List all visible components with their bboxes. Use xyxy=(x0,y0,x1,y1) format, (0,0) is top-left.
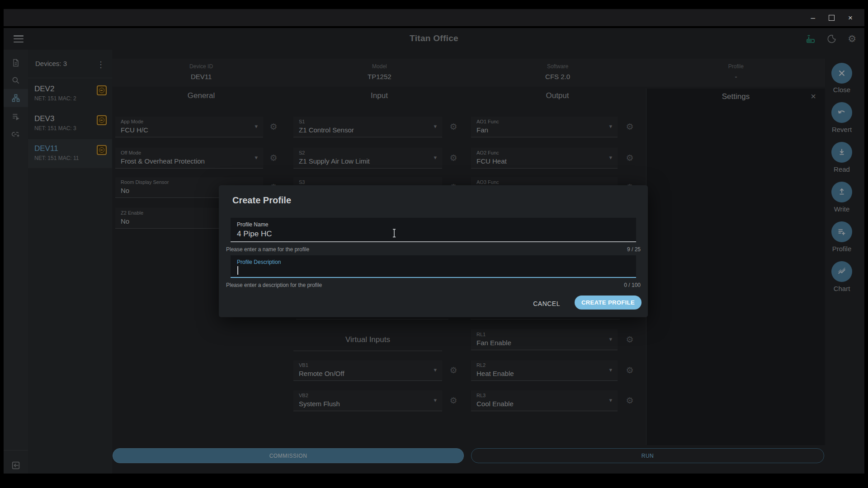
minimize-button[interactable]: – xyxy=(811,14,815,22)
profile-description-counter: 0 / 100 xyxy=(624,282,641,288)
profile-description-label: Profile Description xyxy=(237,259,281,265)
close-window-button[interactable]: × xyxy=(848,14,853,22)
dialog-title: Create Profile xyxy=(232,195,291,206)
cancel-button[interactable]: CANCEL xyxy=(530,298,563,309)
create-profile-button[interactable]: CREATE PROFILE xyxy=(575,296,642,310)
profile-name-helper: Please enter a name for the profile xyxy=(226,246,309,253)
screen: – × Titan Office xyxy=(0,0,868,488)
create-profile-dialog: Create Profile Profile Name 4 Pipe HC Pl… xyxy=(219,185,648,317)
profile-description-input[interactable]: Profile Description xyxy=(231,255,636,278)
maximize-button[interactable] xyxy=(829,15,835,21)
profile-description-helper: Please enter a description for the profi… xyxy=(226,282,322,288)
profile-name-value: 4 Pipe HC xyxy=(237,230,272,239)
window-titlebar: – × xyxy=(4,9,864,26)
text-caret xyxy=(237,266,238,275)
profile-name-input[interactable]: Profile Name 4 Pipe HC xyxy=(231,218,636,242)
ibeam-cursor xyxy=(392,229,397,238)
profile-name-label: Profile Name xyxy=(237,221,268,228)
profile-name-counter: 9 / 25 xyxy=(627,246,641,253)
